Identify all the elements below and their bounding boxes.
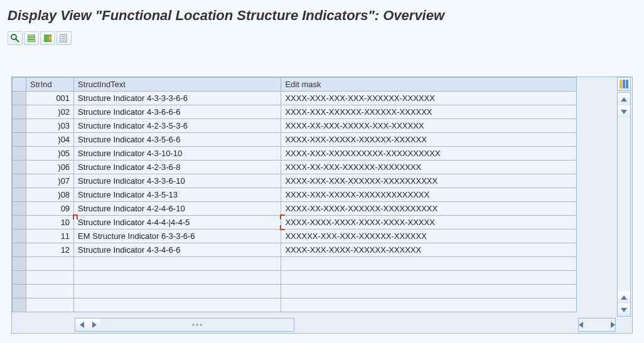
cell-mask[interactable]: XXXX-XXX-XXX-XXXXXX-XXXXXXXXXX: [281, 174, 577, 188]
cell-strind[interactable]: 12: [26, 243, 74, 257]
cell-mask[interactable]: XXXX-XXX-XXXXX-XXXXXX-XXXXXX: [281, 133, 577, 147]
svg-rect-6: [623, 80, 625, 88]
cell-text[interactable]: Structure Indicator 4-3-3-3-6-6: [74, 92, 281, 105]
cell-text[interactable]: Structure Indicator 4-2-3-5-3-6: [74, 119, 281, 133]
row-selector[interactable]: [13, 216, 26, 230]
table-row-empty: [13, 257, 577, 271]
cell-mask[interactable]: XXXX-XXX-XXXXX-XXXXXXXXXXXXX: [281, 188, 577, 202]
scroll-right-icon[interactable]: [88, 319, 100, 331]
table-row[interactable]: )05Structure Indicator 4-3-10-10XXXX-XXX…: [13, 147, 577, 161]
cell-mask[interactable]: XXXX-XXX-XXXXXXXXXX-XXXXXXXXXX: [281, 147, 577, 161]
page-title: Display View "Functional Location Struct…: [8, 8, 444, 23]
cell-strind[interactable]: )05: [26, 147, 74, 161]
table-row[interactable]: 09Structure Indicator 4-2-4-6-10XXXX-XX-…: [13, 202, 577, 216]
scroll-page-up-icon[interactable]: [618, 291, 630, 303]
horizontal-scrollbar[interactable]: [75, 318, 294, 332]
row-selector[interactable]: [13, 133, 26, 147]
row-selector[interactable]: [13, 202, 26, 216]
table-row-empty: [13, 285, 577, 298]
scroll-thumb[interactable]: [103, 319, 291, 330]
title-bar: Display View "Functional Location Struct…: [0, 0, 644, 29]
cell-strind[interactable]: )06: [26, 161, 74, 174]
cell-strind[interactable]: )08: [26, 188, 74, 202]
scroll-down-icon[interactable]: [618, 105, 630, 118]
svg-line-1: [16, 39, 19, 42]
cell-text[interactable]: Structure Indicator 4-3-3-6-10: [74, 174, 281, 188]
row-selector[interactable]: [13, 105, 26, 119]
cell-text[interactable]: Structure Indicator 4-2-4-6-10: [74, 202, 281, 216]
vertical-scrollbar[interactable]: [617, 92, 631, 317]
horizontal-scrollbar-2[interactable]: [578, 318, 616, 332]
cell-mask[interactable]: XXXX-XXX-XXXX-XXXXXX-XXXXXX: [281, 243, 577, 257]
table-row[interactable]: )08Structure Indicator 4-3-5-13XXXX-XXX-…: [13, 188, 577, 202]
row-selector[interactable]: [13, 92, 26, 105]
cell-text[interactable]: Structure Indicator 4-3-5-13: [74, 188, 281, 202]
row-selector[interactable]: [13, 147, 26, 161]
deselect-all-icon[interactable]: [40, 31, 55, 45]
table-row[interactable]: 10Structure Indicator 4-4-4-|4-4-5XXXX-X…: [13, 216, 577, 230]
column-header-mask[interactable]: Edit mask: [281, 78, 577, 92]
cell-strind[interactable]: )07: [26, 174, 74, 188]
scroll-page-down-icon[interactable]: [618, 303, 630, 316]
cell-mask[interactable]: XXXX-XXX-XXX-XXX-XXXXXX-XXXXXX: [281, 92, 577, 105]
table-row[interactable]: )06Structure Indicator 4-2-3-6-8XXXX-XX-…: [13, 161, 577, 174]
table-row-empty: [13, 298, 577, 312]
row-selector[interactable]: [13, 230, 26, 243]
table-settings-icon[interactable]: [617, 77, 631, 91]
table-container: StrInd StructIndText Edit mask 001Struct…: [11, 77, 633, 334]
scroll-right-2-icon[interactable]: [611, 322, 615, 328]
cell-strind[interactable]: )03: [26, 119, 74, 133]
data-grid[interactable]: StrInd StructIndText Edit mask 001Struct…: [12, 77, 577, 312]
row-selector[interactable]: [13, 161, 26, 174]
print-icon[interactable]: [56, 31, 72, 45]
cell-strind[interactable]: 11: [26, 230, 74, 243]
cell-strind[interactable]: 001: [26, 92, 74, 105]
table-row[interactable]: 12Structure Indicator 4-3-4-6-6XXXX-XXX-…: [13, 243, 577, 257]
svg-rect-7: [626, 80, 628, 88]
details-icon[interactable]: [8, 31, 23, 45]
scroll-left-2-icon[interactable]: [579, 322, 583, 328]
cell-mask[interactable]: XXXX-XX-XXX-XXXXX-XXX-XXXXXX: [281, 119, 577, 133]
cell-text[interactable]: Structure Indicator 4-4-4-|4-4-5: [74, 216, 281, 230]
cell-text[interactable]: Structure Indicator 4-2-3-6-8: [74, 161, 281, 174]
table-row[interactable]: 11EM Structure Indicator 6-3-3-6-6XXXXXX…: [13, 230, 577, 243]
cell-strind[interactable]: )04: [26, 133, 74, 147]
row-selector[interactable]: [13, 188, 26, 202]
table-row[interactable]: )03Structure Indicator 4-2-3-5-3-6XXXX-X…: [13, 119, 577, 133]
cell-text[interactable]: Structure Indicator 4-3-4-6-6: [74, 243, 281, 257]
cell-strind[interactable]: 09: [26, 202, 74, 216]
row-selector[interactable]: [13, 243, 26, 257]
svg-point-0: [11, 34, 16, 40]
table-row[interactable]: 001Structure Indicator 4-3-3-3-6-6XXXX-X…: [13, 92, 577, 105]
column-header-text[interactable]: StructIndText: [74, 78, 281, 92]
cell-strind[interactable]: 10: [26, 216, 74, 230]
table-row[interactable]: )02Structure Indicator 4-3-6-6-6XXXX-XXX…: [13, 105, 577, 119]
cell-mask[interactable]: XXXX-XX-XXX-XXXXXX-XXXXXXXX: [281, 161, 577, 174]
scroll-up-icon[interactable]: [618, 93, 630, 105]
cell-strind[interactable]: )02: [26, 105, 74, 119]
cell-mask[interactable]: XXXX-XX-XXXX-XXXXXX-XXXXXXXXXX: [281, 202, 577, 216]
column-header-selector[interactable]: [13, 78, 26, 92]
column-header-strind[interactable]: StrInd: [26, 78, 74, 92]
table-row[interactable]: )04Structure Indicator 4-3-5-6-6XXXX-XXX…: [13, 133, 577, 147]
svg-rect-5: [620, 80, 622, 88]
scroll-left-icon[interactable]: [75, 319, 88, 331]
cell-text[interactable]: Structure Indicator 4-3-10-10: [74, 147, 281, 161]
cell-text[interactable]: Structure Indicator 4-3-5-6-6: [74, 133, 281, 147]
cell-mask[interactable]: XXXXXX-XXX-XXX-XXXXXX-XXXXXX: [281, 230, 577, 243]
cell-mask[interactable]: XXXX-XXX-XXXXXX-XXXXXX-XXXXXX: [281, 105, 577, 119]
row-selector[interactable]: [13, 174, 26, 188]
select-all-icon[interactable]: [24, 31, 39, 45]
row-selector[interactable]: [13, 119, 26, 133]
toolbar: [0, 29, 644, 53]
cell-text[interactable]: Structure Indicator 4-3-6-6-6: [74, 105, 281, 119]
table-row[interactable]: )07Structure Indicator 4-3-3-6-10XXXX-XX…: [13, 174, 577, 188]
cell-text[interactable]: EM Structure Indicator 6-3-3-6-6: [74, 230, 281, 243]
cell-mask[interactable]: XXXX-XXXX-XXXX-XXXX-XXXX-XXXXX: [281, 216, 577, 230]
table-row-empty: [13, 271, 577, 285]
